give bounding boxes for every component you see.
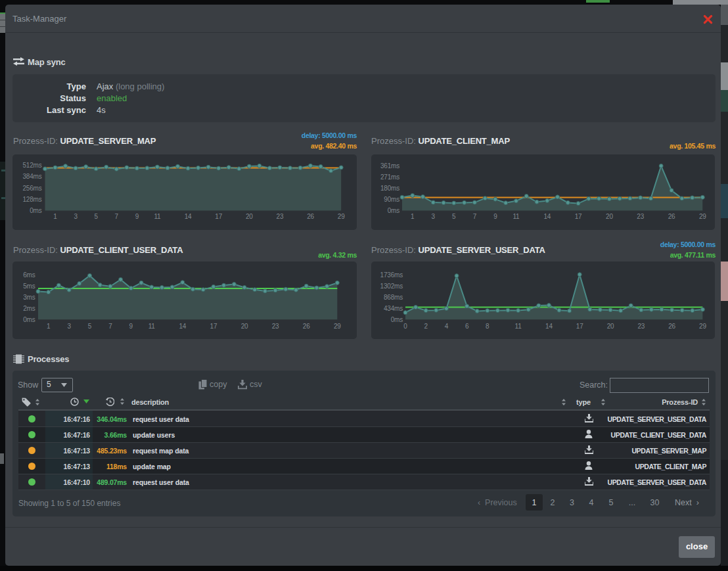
svg-text:9: 9 <box>135 213 139 220</box>
svg-text:26: 26 <box>303 323 310 330</box>
svg-text:8: 8 <box>486 323 489 330</box>
svg-text:7: 7 <box>473 213 477 220</box>
svg-text:868ms: 868ms <box>384 294 403 301</box>
svg-text:11: 11 <box>148 323 156 330</box>
svg-text:11: 11 <box>513 213 520 220</box>
svg-text:20: 20 <box>246 213 253 220</box>
svg-text:17: 17 <box>215 213 222 220</box>
svg-text:14: 14 <box>545 323 553 330</box>
svg-text:256ms: 256ms <box>22 185 41 192</box>
svg-text:512ms: 512ms <box>22 162 41 169</box>
svg-text:5: 5 <box>452 213 456 220</box>
svg-text:2ms: 2ms <box>23 305 35 312</box>
svg-text:1: 1 <box>53 213 57 220</box>
svg-text:11: 11 <box>515 323 522 330</box>
svg-text:361ms: 361ms <box>380 162 399 170</box>
svg-text:17: 17 <box>575 213 582 220</box>
svg-text:5: 5 <box>88 323 92 330</box>
svg-text:271ms: 271ms <box>380 173 399 181</box>
svg-text:180ms: 180ms <box>380 185 399 192</box>
svg-text:5ms: 5ms <box>23 283 35 290</box>
svg-text:0: 0 <box>403 323 407 330</box>
svg-text:26: 26 <box>668 213 675 220</box>
svg-text:434ms: 434ms <box>384 305 403 312</box>
svg-text:11: 11 <box>154 213 161 220</box>
svg-text:23: 23 <box>277 213 284 220</box>
svg-text:20: 20 <box>241 323 248 330</box>
svg-text:3: 3 <box>67 323 71 330</box>
svg-text:3ms: 3ms <box>23 294 35 301</box>
svg-text:7: 7 <box>108 323 112 330</box>
svg-text:6ms: 6ms <box>23 271 35 279</box>
svg-text:7: 7 <box>115 213 119 220</box>
svg-text:14: 14 <box>185 213 192 220</box>
svg-text:1: 1 <box>47 323 51 330</box>
svg-text:26: 26 <box>668 323 675 330</box>
svg-text:1302ms: 1302ms <box>380 283 403 290</box>
svg-text:1: 1 <box>411 213 415 220</box>
svg-text:29: 29 <box>338 213 345 220</box>
svg-text:17: 17 <box>576 323 583 330</box>
svg-text:4: 4 <box>445 323 449 330</box>
svg-text:2: 2 <box>424 323 428 330</box>
svg-text:20: 20 <box>607 323 614 330</box>
svg-text:384ms: 384ms <box>22 173 41 180</box>
svg-text:128ms: 128ms <box>22 196 41 203</box>
svg-text:26: 26 <box>307 213 314 220</box>
svg-text:20: 20 <box>606 213 613 220</box>
svg-text:14: 14 <box>179 323 186 330</box>
svg-text:0ms: 0ms <box>391 316 403 323</box>
svg-text:0ms: 0ms <box>30 207 41 214</box>
svg-text:14: 14 <box>543 213 551 220</box>
svg-text:23: 23 <box>272 323 279 330</box>
svg-text:6: 6 <box>465 323 469 330</box>
svg-text:29: 29 <box>334 323 341 330</box>
svg-text:9: 9 <box>493 213 497 220</box>
svg-text:3: 3 <box>74 213 78 220</box>
svg-text:3: 3 <box>432 213 436 220</box>
svg-text:90ms: 90ms <box>384 196 399 203</box>
svg-text:0ms: 0ms <box>388 207 399 214</box>
svg-text:23: 23 <box>637 323 645 330</box>
svg-text:9: 9 <box>129 323 133 330</box>
svg-text:5: 5 <box>95 213 99 220</box>
svg-text:23: 23 <box>637 213 644 220</box>
svg-text:0ms: 0ms <box>23 316 35 323</box>
svg-text:1736ms: 1736ms <box>380 271 403 279</box>
svg-text:29: 29 <box>699 323 706 330</box>
svg-text:29: 29 <box>699 213 706 220</box>
svg-text:17: 17 <box>210 323 217 330</box>
